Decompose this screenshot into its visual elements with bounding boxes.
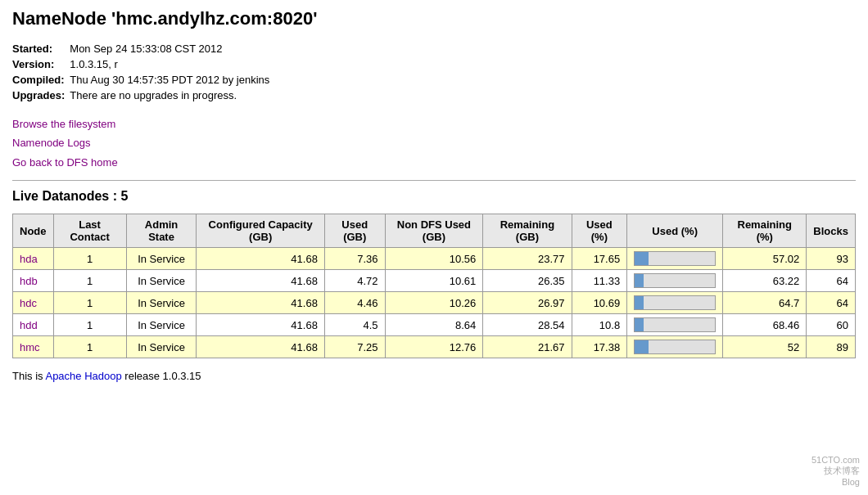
cell-used-gb: 4.5 — [324, 314, 385, 336]
progress-bar-container — [634, 273, 716, 288]
node-link[interactable]: hdb — [20, 275, 38, 287]
cell-remaining-pct: 64.7 — [723, 292, 807, 314]
cell-non-dfs-used: 10.26 — [385, 292, 483, 314]
cell-used-bar — [627, 336, 723, 358]
cell-configured-capacity: 41.68 — [197, 292, 324, 314]
cell-configured-capacity: 41.68 — [197, 270, 324, 292]
cell-admin-state: In Service — [126, 248, 197, 270]
node-link[interactable]: hdd — [20, 319, 38, 331]
col-configured-capacity: Configured Capacity (GB) — [197, 214, 324, 248]
cell-remaining-pct: 57.02 — [723, 248, 807, 270]
datanodes-table: Node Last Contact Admin State Configured… — [12, 214, 856, 358]
cell-used-gb: 7.36 — [324, 248, 385, 270]
col-remaining-gb: Remaining (GB) — [483, 214, 572, 248]
divider — [12, 180, 856, 181]
nav-link[interactable]: Browse the filesystem — [12, 115, 856, 133]
cell-used-pct: 10.8 — [572, 314, 627, 336]
node-link[interactable]: hda — [20, 253, 38, 265]
started-label: Started: — [12, 41, 70, 56]
cell-remaining-gb: 28.54 — [483, 314, 572, 336]
cell-admin-state: In Service — [126, 270, 197, 292]
table-row: hdd1In Service41.684.58.6428.5410.868.46… — [13, 314, 856, 336]
progress-bar-fill — [635, 340, 649, 353]
progress-bar-fill — [635, 252, 649, 265]
table-header-row: Node Last Contact Admin State Configured… — [13, 214, 856, 248]
progress-bar-container — [634, 340, 716, 354]
cell-remaining-gb: 26.97 — [483, 292, 572, 314]
cell-admin-state: In Service — [126, 336, 197, 358]
progress-bar-fill — [635, 296, 643, 309]
col-used-pct: Used (%) — [572, 214, 627, 248]
cell-node: hdc — [13, 292, 54, 314]
col-admin-state: Admin State — [126, 214, 197, 248]
cell-last-contact: 1 — [53, 314, 126, 336]
cell-non-dfs-used: 10.61 — [385, 270, 483, 292]
compiled-label: Compiled: — [12, 72, 70, 88]
cell-non-dfs-used: 8.64 — [385, 314, 483, 336]
cell-last-contact: 1 — [53, 270, 126, 292]
version-value: 1.0.3.15, r — [70, 56, 274, 72]
nav-link[interactable]: Namenode Logs — [12, 133, 856, 152]
page-title: NameNode 'hmc.andylhz.com:8020' — [12, 8, 856, 29]
cell-blocks: 64 — [807, 292, 856, 314]
upgrades-label: Upgrades: — [12, 88, 70, 103]
info-table: Started: Mon Sep 24 15:33:08 CST 2012 Ve… — [12, 41, 274, 103]
footer: This is Apache Hadoop release 1.0.3.15 — [12, 370, 856, 382]
progress-bar-fill — [635, 274, 644, 287]
cell-used-gb: 4.72 — [324, 270, 385, 292]
col-used-bar: Used (%) — [627, 214, 723, 248]
cell-non-dfs-used: 12.76 — [385, 336, 483, 358]
table-row: hda1In Service41.687.3610.5623.7717.6557… — [13, 248, 856, 270]
cell-non-dfs-used: 10.56 — [385, 248, 483, 270]
cell-remaining-pct: 68.46 — [723, 314, 807, 336]
cell-admin-state: In Service — [126, 314, 197, 336]
cell-admin-state: In Service — [126, 292, 197, 314]
cell-remaining-pct: 52 — [723, 336, 807, 358]
cell-used-pct: 11.33 — [572, 270, 627, 292]
cell-remaining-pct: 63.22 — [723, 270, 807, 292]
cell-used-bar — [627, 270, 723, 292]
version-label: Version: — [12, 56, 70, 72]
table-row: hmc1In Service41.687.2512.7621.6717.3852… — [13, 336, 856, 358]
cell-blocks: 64 — [807, 270, 856, 292]
cell-last-contact: 1 — [53, 336, 126, 358]
col-remaining-pct: Remaining (%) — [723, 214, 807, 248]
cell-used-pct: 17.65 — [572, 248, 627, 270]
cell-used-gb: 7.25 — [324, 336, 385, 358]
cell-last-contact: 1 — [53, 248, 126, 270]
cell-configured-capacity: 41.68 — [197, 314, 324, 336]
cell-remaining-gb: 26.35 — [483, 270, 572, 292]
cell-used-pct: 17.38 — [572, 336, 627, 358]
node-link[interactable]: hdc — [20, 297, 37, 309]
progress-bar-container — [634, 251, 716, 266]
cell-blocks: 93 — [807, 248, 856, 270]
progress-bar-container — [634, 317, 716, 332]
cell-blocks: 89 — [807, 336, 856, 358]
apache-hadoop-link[interactable]: Apache Hadoop — [45, 370, 121, 382]
col-node: Node — [13, 214, 54, 248]
cell-node: hda — [13, 248, 54, 270]
cell-last-contact: 1 — [53, 292, 126, 314]
col-used-gb: Used (GB) — [324, 214, 385, 248]
cell-node: hdb — [13, 270, 54, 292]
cell-used-bar — [627, 248, 723, 270]
progress-bar-fill — [635, 318, 644, 331]
cell-remaining-gb: 21.67 — [483, 336, 572, 358]
nav-link[interactable]: Go back to DFS home — [12, 153, 856, 172]
table-row: hdc1In Service41.684.4610.2626.9710.6964… — [13, 292, 856, 314]
cell-used-bar — [627, 292, 723, 314]
col-non-dfs-used: Non DFS Used (GB) — [385, 214, 483, 248]
cell-used-pct: 10.69 — [572, 292, 627, 314]
cell-configured-capacity: 41.68 — [197, 248, 324, 270]
upgrades-value: There are no upgrades in progress. — [70, 88, 274, 103]
table-row: hdb1In Service41.684.7210.6126.3511.3363… — [13, 270, 856, 292]
cell-blocks: 60 — [807, 314, 856, 336]
cell-used-gb: 4.46 — [324, 292, 385, 314]
nav-links: Browse the filesystemNamenode LogsGo bac… — [12, 115, 856, 172]
col-last-contact: Last Contact — [53, 214, 126, 248]
live-datanodes-heading: Live Datanodes : 5 — [12, 189, 856, 204]
started-value: Mon Sep 24 15:33:08 CST 2012 — [70, 41, 274, 56]
progress-bar-container — [634, 295, 716, 310]
node-link[interactable]: hmc — [20, 341, 40, 353]
cell-node: hmc — [13, 336, 54, 358]
